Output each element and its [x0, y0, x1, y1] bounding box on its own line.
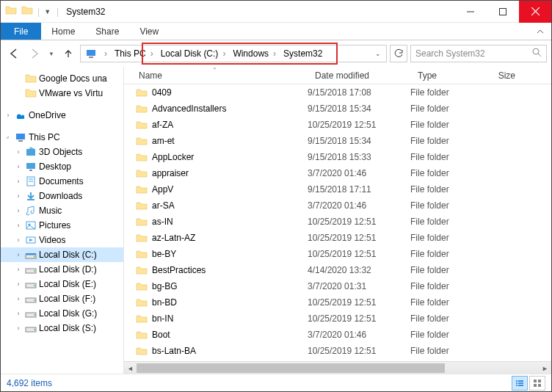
expand-icon[interactable]: ›: [14, 266, 23, 273]
expand-icon[interactable]: ›: [14, 178, 23, 185]
file-row[interactable]: az-Latn-AZ10/25/2019 12:51File folder: [124, 230, 551, 246]
folder-small-icon: [21, 4, 33, 18]
minimize-ribbon-icon[interactable]: [529, 23, 551, 40]
folder-icon: [136, 135, 148, 147]
expand-icon[interactable]: ›: [14, 222, 23, 229]
tree-label: VMware vs Virtu: [39, 88, 103, 98]
file-row[interactable]: af-ZA10/25/2019 12:51File folder: [124, 117, 551, 133]
quick-access-toolbar: | ▼ |: [1, 4, 63, 18]
close-button[interactable]: [519, 1, 551, 23]
expand-icon[interactable]: ›: [14, 251, 23, 258]
breadcrumb-c[interactable]: Local Disk (C:)›: [158, 46, 230, 62]
tree-item[interactable]: ›Downloads: [1, 189, 123, 203]
home-tab[interactable]: Home: [41, 23, 85, 40]
svg-rect-37: [516, 385, 518, 386]
tree-item[interactable]: ›Local Disk (C:): [1, 247, 123, 262]
tree-label: OneDrive: [29, 110, 66, 120]
recent-dropdown[interactable]: ▼: [46, 45, 57, 62]
file-row[interactable]: Boot3/7/2020 01:46File folder: [124, 327, 551, 343]
col-size[interactable]: Size: [487, 70, 523, 81]
svg-rect-5: [89, 57, 93, 58]
search-input[interactable]: Search System32: [410, 45, 547, 62]
tree-item[interactable]: ›Local Disk (S:): [1, 321, 123, 335]
expand-icon[interactable]: ›: [14, 207, 23, 214]
back-button[interactable]: [5, 45, 23, 62]
expand-icon[interactable]: ›: [14, 280, 23, 288]
tree-item[interactable]: ›Pictures: [1, 218, 123, 233]
tree-item[interactable]: ›Local Disk (F:): [1, 291, 123, 306]
file-row[interactable]: appraiser3/7/2020 01:46File folder: [124, 165, 551, 181]
view-tab[interactable]: View: [129, 23, 169, 40]
file-list[interactable]: 04099/15/2018 17:08File folderAdvancedIn…: [124, 84, 551, 361]
breadcrumb-thispc[interactable]: This PC›: [112, 46, 158, 62]
file-type: File folder: [410, 265, 487, 275]
tree-item[interactable]: ›Videos: [1, 233, 123, 247]
expand-icon[interactable]: ›: [2, 131, 14, 143]
scroll-thumb[interactable]: [137, 363, 445, 373]
tree-item[interactable]: ›Local Disk (G:): [1, 306, 123, 321]
address-dropdown-icon[interactable]: ⌄: [371, 50, 385, 57]
file-type: File folder: [410, 168, 487, 178]
file-row[interactable]: bs-Latn-BA10/25/2019 12:51File folder: [124, 343, 551, 359]
breadcrumb-chev-root[interactable]: ›: [100, 46, 112, 62]
file-row[interactable]: AppLocker9/15/2018 15:33File folder: [124, 149, 551, 165]
icons-view-button[interactable]: [529, 376, 545, 391]
expand-icon[interactable]: ›: [14, 148, 23, 156]
scroll-left-icon[interactable]: ◄: [124, 362, 137, 374]
refresh-button[interactable]: [390, 45, 407, 62]
qat-dropdown-icon[interactable]: ▼: [44, 8, 51, 15]
folder-icon: [136, 119, 148, 131]
file-date: 3/7/2020 01:46: [308, 330, 410, 340]
tree-item[interactable]: ›Local Disk (D:): [1, 262, 123, 277]
scroll-right-icon[interactable]: ►: [539, 362, 551, 374]
expand-icon[interactable]: ›: [14, 236, 23, 244]
svg-rect-40: [538, 380, 541, 382]
breadcrumb-system32[interactable]: System32: [280, 46, 325, 62]
window-title: System32: [63, 7, 454, 17]
expand-icon[interactable]: ›: [14, 295, 23, 302]
forward-button[interactable]: [26, 45, 43, 62]
file-row[interactable]: 04099/15/2018 17:08File folder: [124, 84, 551, 101]
file-name: as-IN: [152, 217, 308, 227]
music-icon: [25, 205, 37, 217]
address-bar[interactable]: › This PC› Local Disk (C:)› Windows› Sys…: [80, 45, 387, 62]
file-row[interactable]: AppV9/15/2018 17:11File folder: [124, 181, 551, 197]
expand-icon[interactable]: ›: [14, 324, 23, 332]
file-row[interactable]: bn-BD10/25/2019 12:51File folder: [124, 294, 551, 311]
col-date[interactable]: Date modified: [308, 70, 410, 81]
tree-item[interactable]: ›Desktop: [1, 159, 123, 174]
expand-icon[interactable]: ›: [14, 310, 23, 317]
horizontal-scrollbar[interactable]: ◄ ►: [124, 361, 551, 374]
expand-icon[interactable]: ›: [14, 192, 23, 200]
file-row[interactable]: am-et9/15/2018 15:34File folder: [124, 133, 551, 149]
onedrive-node[interactable]: › OneDrive: [1, 108, 123, 123]
expand-icon[interactable]: ›: [4, 112, 12, 119]
tree-item[interactable]: ›Local Disk (E:): [1, 277, 123, 291]
tree-item[interactable]: ›3D Objects: [1, 145, 123, 159]
thispc-node[interactable]: › This PC: [1, 130, 123, 145]
tree-item[interactable]: ›Documents: [1, 174, 123, 189]
navigation-pane[interactable]: Google Docs unaVMware vs Virtu › OneDriv…: [1, 67, 124, 374]
tree-item[interactable]: ›Music: [1, 203, 123, 218]
svg-rect-42: [538, 384, 541, 387]
breadcrumb-windows[interactable]: Windows›: [230, 46, 280, 62]
expand-icon[interactable]: ›: [14, 163, 23, 170]
file-row[interactable]: be-BY10/25/2019 12:51File folder: [124, 246, 551, 262]
tree-item[interactable]: Google Docs una: [1, 71, 123, 86]
file-type: File folder: [410, 313, 487, 324]
details-view-button[interactable]: [512, 376, 528, 391]
file-row[interactable]: bn-IN10/25/2019 12:51File folder: [124, 311, 551, 327]
col-type[interactable]: Type: [410, 70, 487, 81]
file-row[interactable]: ar-SA3/7/2020 01:46File folder: [124, 197, 551, 214]
file-row[interactable]: as-IN10/25/2019 12:51File folder: [124, 214, 551, 230]
file-row[interactable]: bg-BG3/7/2020 01:31File folder: [124, 278, 551, 294]
minimize-button[interactable]: [454, 1, 487, 23]
file-row[interactable]: BestPractices4/14/2020 13:32File folder: [124, 262, 551, 278]
tree-item[interactable]: VMware vs Virtu: [1, 86, 123, 101]
maximize-button[interactable]: [487, 1, 519, 23]
file-date: 9/15/2018 15:33: [308, 152, 410, 162]
up-button[interactable]: [59, 45, 77, 62]
share-tab[interactable]: Share: [85, 23, 129, 40]
file-tab[interactable]: File: [1, 23, 41, 40]
file-row[interactable]: AdvancedInstallers9/15/2018 15:34File fo…: [124, 101, 551, 117]
